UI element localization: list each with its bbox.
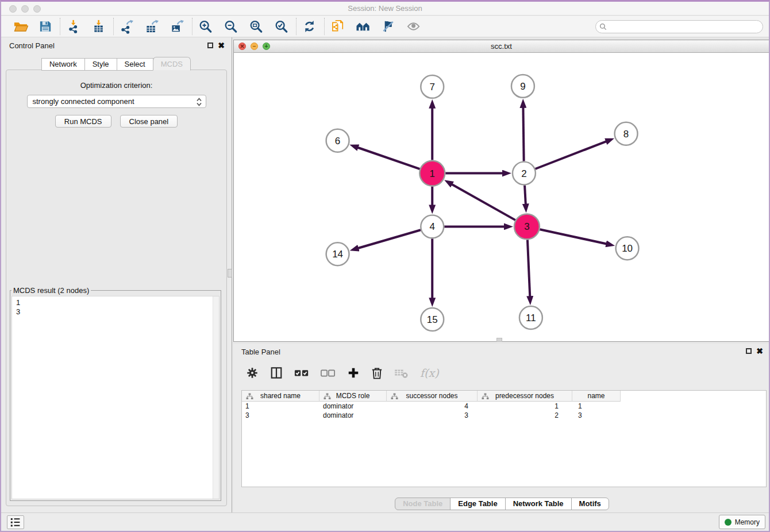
network-canvas[interactable]: 7968124314101511 (234, 53, 769, 341)
unselect-all-icon[interactable] (321, 368, 336, 378)
graph-node-2[interactable]: 2 (513, 162, 536, 185)
import-network-icon[interactable] (66, 18, 82, 34)
select-all-icon[interactable] (294, 368, 309, 378)
control-panel-close-icon[interactable]: ✖ (218, 41, 225, 50)
horizontal-splitter-handle[interactable] (496, 338, 502, 342)
graph-node-4[interactable]: 4 (421, 215, 444, 238)
graph-edge-2-8[interactable] (535, 141, 606, 169)
tab-style[interactable]: Style (84, 58, 117, 71)
save-session-icon[interactable] (38, 18, 54, 34)
first-neighbors-icon[interactable] (356, 18, 372, 34)
mcds-result-title: MCDS result (2 nodes) (11, 286, 91, 295)
table-panel-title: Table Panel (241, 348, 280, 356)
graph-node-label: 6 (335, 136, 340, 147)
export-image-icon[interactable] (170, 18, 186, 34)
main-toolbar (1, 16, 769, 37)
graph-edge-3-1[interactable] (452, 184, 515, 220)
delete-column-icon[interactable] (394, 367, 409, 379)
graph-node-14[interactable]: 14 (326, 242, 349, 265)
graph-node-10[interactable]: 10 (616, 237, 639, 260)
graph-node-15[interactable]: 15 (421, 308, 444, 331)
graph-edge-2-9[interactable] (523, 107, 523, 161)
table-cell[interactable]: 4 (387, 402, 478, 411)
table-panel-restore-icon[interactable] (746, 348, 752, 354)
column-header-mcds-role[interactable]: MCDS role (319, 391, 387, 402)
column-header-successor-nodes[interactable]: successor nodes (387, 391, 478, 402)
tab-network-table[interactable]: Network Table (505, 498, 572, 510)
zoom-in-icon[interactable] (198, 18, 214, 34)
zoom-out-icon[interactable] (224, 18, 240, 34)
mcds-result-group: MCDS result (2 nodes) 13 (10, 286, 221, 501)
memory-button[interactable]: Memory (719, 515, 765, 529)
graph-node-7[interactable]: 7 (421, 75, 444, 98)
clone-network-icon[interactable] (330, 18, 346, 34)
run-mcds-button[interactable]: Run MCDS (55, 115, 111, 128)
graph-node-8[interactable]: 8 (615, 122, 638, 145)
function-builder-icon[interactable]: f(x) (420, 367, 439, 379)
table-cell[interactable]: 1 (478, 402, 572, 411)
network-view-window: ✕ – + scc.txt 7968124314101511 (233, 40, 769, 342)
criterion-select[interactable]: strongly connected component (27, 95, 206, 108)
split-columns-icon[interactable] (270, 367, 283, 379)
network-window-titlebar: ✕ – + scc.txt (234, 40, 769, 53)
tab-motifs[interactable]: Motifs (571, 498, 609, 510)
close-panel-button[interactable]: Close panel (120, 115, 178, 128)
table-cell[interactable]: 3 (572, 411, 621, 420)
app-window: Session: New Session Control Panel ✖ Net… (0, 0, 770, 532)
zoom-fit-icon[interactable] (249, 18, 265, 34)
table-cell[interactable]: 1 (572, 402, 621, 411)
graph-edge-3-10[interactable] (540, 229, 606, 244)
table-row[interactable]: 1dominator411 (242, 402, 766, 411)
graph-edge-3-11[interactable] (528, 240, 530, 296)
graph-node-3[interactable]: 3 (514, 214, 540, 239)
toolbar-group (297, 18, 324, 34)
panel-splitter-handle[interactable] (228, 269, 232, 277)
graph-edge-1-6[interactable] (357, 148, 419, 169)
table-cell[interactable]: 1 (242, 402, 319, 411)
column-header-name[interactable]: name (572, 391, 621, 402)
search-input[interactable] (595, 20, 763, 33)
memory-status-icon (725, 519, 732, 526)
add-column-icon[interactable] (347, 367, 360, 379)
table-cell[interactable]: 3 (387, 411, 478, 420)
tab-node-table[interactable]: Node Table (395, 498, 451, 510)
hide-details-icon[interactable] (381, 18, 397, 34)
optimization-criterion-label: Optimization criterion: (6, 81, 226, 90)
control-panel-header: Control Panel ✖ (1, 37, 232, 53)
result-scrollbar[interactable] (213, 296, 219, 499)
table-row[interactable]: 3dominator323 (242, 411, 766, 420)
graph-edge-2-3[interactable] (525, 186, 526, 205)
node-table: shared nameMCDS rolesuccessor nodesprede… (241, 390, 767, 487)
column-header-predecessor-nodes[interactable]: predecessor nodes (478, 391, 572, 402)
table-header-row: shared nameMCDS rolesuccessor nodesprede… (242, 391, 766, 402)
import-table-icon[interactable] (91, 18, 107, 34)
task-history-button[interactable] (7, 515, 24, 529)
tab-select[interactable]: Select (117, 58, 153, 71)
table-panel-close-icon[interactable]: ✖ (756, 346, 763, 356)
open-file-icon[interactable] (13, 18, 29, 34)
delete-rows-icon[interactable] (371, 367, 383, 380)
table-cell[interactable]: 2 (478, 411, 572, 420)
column-header-shared-name[interactable]: shared name (242, 391, 319, 402)
table-body: 1dominator4113dominator323 (242, 402, 766, 420)
graph-node-11[interactable]: 11 (519, 306, 542, 329)
settings-gear-icon[interactable] (246, 367, 259, 379)
tab-mcds[interactable]: MCDS (153, 57, 191, 71)
mcds-result-area[interactable]: 13 (11, 296, 220, 499)
table-cell[interactable]: dominator (319, 402, 387, 411)
graph-edge-4-14[interactable] (358, 230, 421, 248)
graph-node-9[interactable]: 9 (511, 75, 534, 98)
zoom-selected-icon[interactable] (274, 18, 290, 34)
table-cell[interactable]: dominator (319, 411, 387, 420)
export-table-icon[interactable] (145, 18, 161, 34)
tab-network[interactable]: Network (41, 58, 85, 71)
graph-node-1[interactable]: 1 (419, 161, 445, 186)
table-cell[interactable]: 3 (242, 411, 319, 420)
graph-node-6[interactable]: 6 (326, 129, 349, 152)
refresh-icon[interactable] (302, 18, 318, 34)
export-network-icon[interactable] (120, 18, 136, 34)
control-panel-restore-icon[interactable] (207, 43, 213, 48)
tab-edge-table[interactable]: Edge Table (450, 498, 505, 510)
show-details-icon[interactable] (406, 18, 422, 34)
network-graph: 7968124314101511 (234, 53, 769, 341)
